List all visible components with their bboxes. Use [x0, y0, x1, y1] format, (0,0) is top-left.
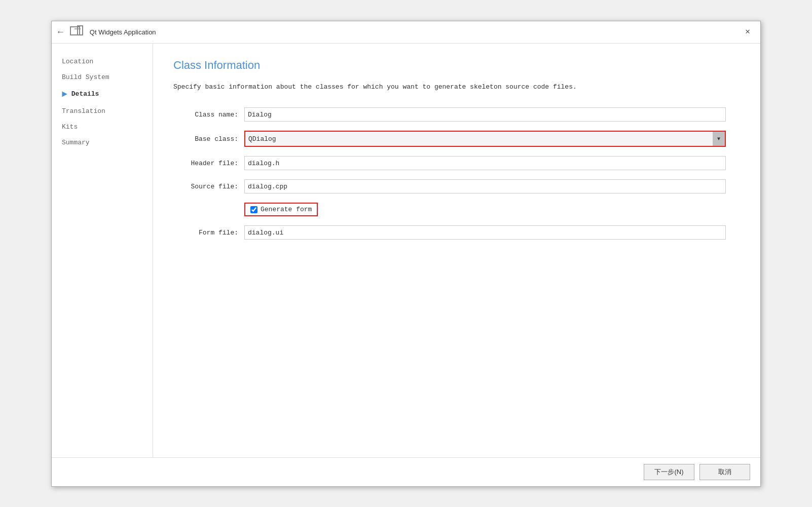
sidebar-item-label: Summary — [62, 139, 90, 146]
class-name-label: Class name: — [173, 111, 244, 119]
sidebar-item-kits[interactable]: Kits — [52, 119, 153, 135]
sidebar-item-summary[interactable]: Summary — [52, 135, 153, 150]
generate-form-wrapper: Generate form — [244, 203, 318, 216]
header-file-label: Header file: — [173, 160, 244, 167]
back-button[interactable]: ← — [58, 27, 63, 37]
dialog-window: ← Qt Widgets Application ✕ Location Buil… — [51, 21, 761, 487]
sidebar: Location Build System ► Details Translat… — [52, 44, 153, 457]
sidebar-item-label: Kits — [62, 123, 78, 131]
dialog-footer: 下一步(N) 取消 — [52, 457, 760, 486]
arrow-right-icon: ► — [62, 89, 67, 99]
form-file-label: Form file: — [173, 229, 244, 237]
close-button[interactable]: ✕ — [741, 26, 754, 38]
app-icon — [68, 24, 85, 40]
dialog-body: Location Build System ► Details Translat… — [52, 44, 760, 457]
sidebar-item-details[interactable]: ► Details — [52, 85, 153, 103]
form-file-input[interactable] — [244, 225, 726, 240]
header-file-input[interactable] — [244, 156, 726, 170]
title-bar: ← Qt Widgets Application ✕ — [52, 21, 760, 44]
class-name-input[interactable] — [244, 107, 726, 122]
sidebar-item-build-system[interactable]: Build System — [52, 69, 153, 85]
sidebar-item-translation[interactable]: Translation — [52, 103, 153, 119]
base-class-select[interactable]: QDialog QWidget QMainWindow — [245, 132, 725, 146]
sidebar-item-label: Location — [62, 58, 93, 65]
description: Specify basic information about the clas… — [173, 82, 630, 93]
svg-rect-0 — [70, 27, 80, 35]
form-file-group: Form file: — [173, 225, 740, 240]
page-title: Class Information — [173, 59, 740, 72]
cancel-button[interactable]: 取消 — [699, 464, 750, 480]
title-bar-left: ← Qt Widgets Application — [58, 24, 156, 40]
main-content: Class Information Specify basic informat… — [153, 44, 760, 457]
source-file-label: Source file: — [173, 183, 244, 190]
source-file-input[interactable] — [244, 179, 726, 193]
base-class-select-wrapper: QDialog QWidget QMainWindow ▼ — [244, 131, 726, 147]
base-class-group: Base class: QDialog QWidget QMainWindow … — [173, 131, 740, 147]
base-class-label: Base class: — [173, 135, 244, 143]
sidebar-item-location[interactable]: Location — [52, 54, 153, 69]
sidebar-item-label: Translation — [62, 107, 105, 115]
header-file-group: Header file: — [173, 156, 740, 170]
class-name-group: Class name: — [173, 107, 740, 122]
sidebar-item-label: Details — [71, 90, 99, 98]
source-file-group: Source file: — [173, 179, 740, 193]
generate-form-label: Generate form — [261, 206, 312, 213]
generate-form-checkbox[interactable] — [250, 206, 257, 213]
next-button[interactable]: 下一步(N) — [644, 464, 694, 480]
sidebar-item-label: Build System — [62, 73, 109, 81]
window-title: Qt Widgets Application — [90, 28, 156, 36]
generate-form-group: Generate form — [244, 203, 740, 216]
